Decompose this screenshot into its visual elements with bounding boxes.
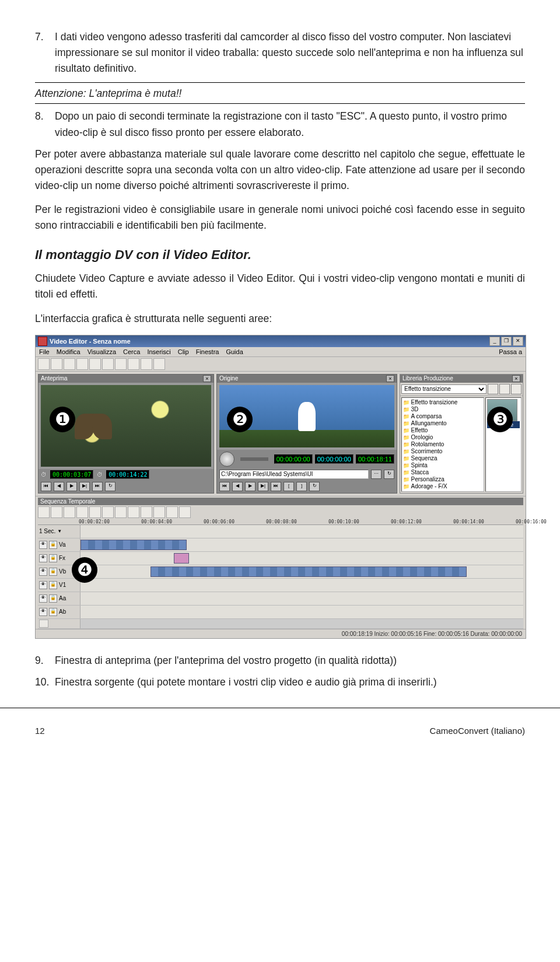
mark-in-button[interactable]: [ <box>284 482 294 491</box>
eye-icon[interactable]: 👁 <box>39 581 47 589</box>
tree-item[interactable]: Personalizza <box>403 476 482 483</box>
tree-item[interactable]: Scorrimento <box>403 448 482 455</box>
track-area[interactable] <box>80 579 523 592</box>
loop-button[interactable]: ↻ <box>105 482 116 491</box>
toolbar-button[interactable] <box>76 358 88 370</box>
library-category-select[interactable]: Effetto transizione <box>401 384 487 394</box>
tree-item[interactable]: Rotolamento <box>403 441 482 448</box>
eye-icon[interactable]: 👁 <box>39 554 47 562</box>
lock-icon[interactable]: 🔒 <box>49 568 57 576</box>
menu-view[interactable]: Visualizza <box>88 348 116 355</box>
panel-close-icon[interactable]: × <box>386 375 394 382</box>
lock-icon[interactable]: 🔒 <box>49 554 57 562</box>
toolbar-button[interactable] <box>153 358 165 370</box>
timeline-tool[interactable] <box>51 506 62 518</box>
library-toolbar: Effetto transizione <box>400 383 523 396</box>
toolbar-button[interactable] <box>141 358 152 370</box>
browse-button[interactable]: ⋯ <box>371 470 382 479</box>
jog-wheel[interactable] <box>219 452 235 467</box>
prev-button[interactable]: ◀ <box>54 482 64 491</box>
tree-item[interactable]: Effetto transizione <box>403 399 482 406</box>
timeline-tool[interactable] <box>38 506 50 518</box>
menu-window[interactable]: Finestra <box>196 348 219 355</box>
first-button[interactable]: ⏮ <box>41 482 51 491</box>
timeline-tool[interactable] <box>128 506 139 518</box>
play-button[interactable]: ▶ <box>66 482 77 491</box>
close-button[interactable]: ✕ <box>513 337 523 346</box>
menu-goto[interactable]: Passa a <box>499 348 522 355</box>
eye-icon[interactable]: 👁 <box>39 594 47 603</box>
first-button[interactable]: ⏮ <box>219 482 230 491</box>
library-tree[interactable]: Effetto transizione 3D A comparsa Allung… <box>401 397 484 492</box>
timeline-tool[interactable] <box>76 506 88 518</box>
last-button[interactable]: ⏭ <box>271 482 281 491</box>
timeline-tool[interactable] <box>179 506 191 518</box>
track-area[interactable] <box>80 538 523 551</box>
eye-icon[interactable]: 👁 <box>39 568 47 576</box>
prev-button[interactable]: ◀ <box>232 482 243 491</box>
video-clip[interactable] <box>80 540 187 550</box>
eye-icon[interactable]: 👁 <box>39 608 47 616</box>
toolbar-button[interactable] <box>128 358 139 370</box>
lib-button[interactable] <box>499 384 510 394</box>
timeline-tool[interactable] <box>102 506 114 518</box>
timeline-tool[interactable] <box>89 506 101 518</box>
tree-item[interactable]: A comparsa <box>403 413 482 420</box>
scrub-bar[interactable] <box>240 457 268 461</box>
maximize-button[interactable]: ❐ <box>501 337 512 346</box>
menu-edit[interactable]: Modifica <box>57 348 80 355</box>
next-button[interactable]: ▶| <box>79 482 90 491</box>
panel-close-icon[interactable]: × <box>203 375 211 382</box>
fx-clip[interactable] <box>174 553 189 564</box>
play-button[interactable]: ▶ <box>245 482 256 491</box>
lib-button[interactable] <box>511 384 522 394</box>
lock-icon[interactable]: 🔒 <box>49 541 57 549</box>
tree-item[interactable]: Stacca <box>403 469 482 476</box>
mark-out-button[interactable]: ] <box>296 482 307 491</box>
panel-close-icon[interactable]: × <box>512 375 520 382</box>
tree-item[interactable]: Adorage - F/X <box>403 483 482 490</box>
tree-item[interactable]: Allungamento <box>403 420 482 427</box>
timeline-tool[interactable] <box>153 506 165 518</box>
menu-help[interactable]: Guida <box>226 348 243 355</box>
lock-icon[interactable]: 🔒 <box>49 581 57 589</box>
timeline-tool[interactable] <box>64 506 75 518</box>
last-button[interactable]: ⏭ <box>92 482 103 491</box>
tree-item[interactable]: Spinta <box>403 462 482 469</box>
h-scrollbar[interactable] <box>80 619 523 628</box>
menu-file[interactable]: File <box>39 348 50 355</box>
track-area[interactable] <box>80 565 523 578</box>
toolbar-button[interactable] <box>38 358 50 370</box>
timeline-tool[interactable] <box>115 506 127 518</box>
timeline-tool[interactable] <box>166 506 178 518</box>
track-area[interactable] <box>80 525 523 538</box>
next-button[interactable]: ▶| <box>258 482 268 491</box>
tree-item[interactable]: Orologio <box>403 434 482 441</box>
loop-button[interactable]: ↻ <box>309 482 320 491</box>
lock-icon[interactable]: 🔒 <box>49 594 57 603</box>
toolbar-button[interactable] <box>64 358 75 370</box>
timeline-tool[interactable] <box>141 506 152 518</box>
track-label[interactable]: 1 Sec.▼ <box>38 525 80 538</box>
toolbar-button[interactable] <box>115 358 127 370</box>
tree-item[interactable]: Effetto <box>403 427 482 434</box>
tree-item[interactable]: Sequenza <box>403 455 482 462</box>
toolbar-button[interactable] <box>102 358 114 370</box>
menu-clip[interactable]: Clip <box>178 348 189 355</box>
minimize-button[interactable]: _ <box>489 337 500 346</box>
eye-icon[interactable]: 👁 <box>39 541 47 549</box>
lock-icon[interactable]: 🔒 <box>49 608 57 616</box>
track-area[interactable] <box>80 592 523 605</box>
lib-button[interactable] <box>488 384 498 394</box>
collapse-button[interactable] <box>39 620 48 628</box>
toolbar-button[interactable] <box>51 358 62 370</box>
reload-button[interactable]: ↻ <box>384 470 394 479</box>
track-area[interactable] <box>80 606 523 618</box>
path-input[interactable] <box>219 470 369 479</box>
video-clip[interactable] <box>150 566 467 577</box>
toolbar-button[interactable] <box>89 358 101 370</box>
menu-insert[interactable]: Inserisci <box>147 348 170 355</box>
menu-search[interactable]: Cerca <box>123 348 140 355</box>
tree-item[interactable]: 3D <box>403 406 482 413</box>
track-area[interactable] <box>80 552 523 565</box>
